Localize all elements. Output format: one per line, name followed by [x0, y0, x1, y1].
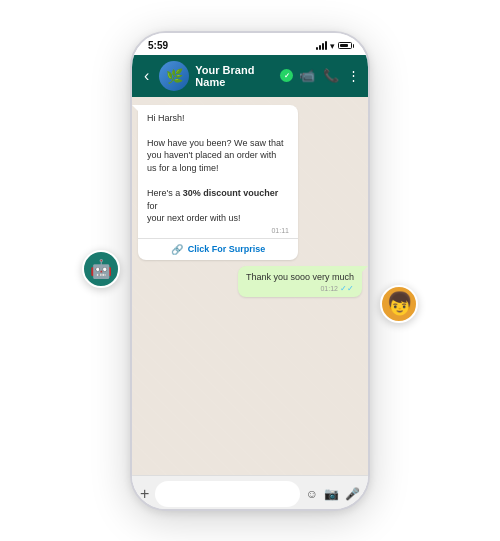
status-time: 5:59 — [148, 40, 168, 51]
attach-button[interactable]: + — [140, 485, 149, 503]
robot-icon: 🤖 — [90, 258, 112, 280]
menu-icon[interactable]: ⋮ — [347, 68, 360, 83]
cta-label: Click For Surprise — [188, 244, 266, 254]
camera-icon[interactable]: 📷 — [324, 487, 339, 501]
cta-button[interactable]: 🔗 Click For Surprise — [138, 238, 298, 260]
input-bar: + ☺ 📷 🎤 — [132, 475, 368, 511]
contact-name-row: Your Brand Name ✓ — [195, 64, 293, 88]
phone-frame: 5:59 ▾ ‹ 🌿 Your — [130, 31, 370, 511]
mic-icon[interactable]: 🎤 — [345, 487, 360, 501]
verified-badge: ✓ — [280, 69, 293, 82]
outgoing-time: 01:12 ✓✓ — [246, 284, 354, 293]
cta-icon: 🔗 — [171, 244, 183, 255]
message-greeting: Hi Harsh! How have you been? We saw that… — [147, 112, 289, 225]
status-icons: ▾ — [316, 41, 352, 51]
header-action-icons[interactable]: 📹 📞 ⋮ — [299, 68, 360, 83]
sticker-icon[interactable]: ☺ — [306, 487, 318, 501]
incoming-message: Hi Harsh! How have you been? We saw that… — [138, 105, 298, 260]
contact-info: Your Brand Name ✓ — [195, 64, 293, 88]
avatar-icon: 🌿 — [166, 68, 183, 84]
input-action-icons: ☺ 📷 🎤 — [306, 487, 360, 501]
wifi-icon: ▾ — [330, 41, 335, 51]
read-receipt-icon: ✓✓ — [340, 284, 354, 293]
contact-name: Your Brand Name — [195, 64, 276, 88]
scene: 5:59 ▾ ‹ 🌿 Your — [0, 0, 500, 541]
status-bar: 5:59 ▾ — [132, 33, 368, 55]
signal-icon — [316, 41, 327, 50]
user-icon: 👦 — [386, 291, 413, 317]
contact-avatar: 🌿 — [159, 61, 189, 91]
battery-icon — [338, 42, 352, 49]
verified-check-icon: ✓ — [284, 72, 290, 80]
outgoing-text: Thank you sooo very much — [246, 271, 354, 284]
bot-avatar: 🤖 — [82, 250, 120, 288]
chat-header: ‹ 🌿 Your Brand Name ✓ 📹 📞 ⋮ — [132, 55, 368, 97]
back-button[interactable]: ‹ — [140, 65, 153, 87]
user-avatar: 👦 — [380, 285, 418, 323]
message-input[interactable] — [155, 481, 299, 507]
incoming-message-time: 01:11 — [147, 227, 289, 234]
voice-call-icon[interactable]: 📞 — [323, 68, 339, 83]
chat-area: Hi Harsh! How have you been? We saw that… — [132, 97, 368, 475]
video-call-icon[interactable]: 📹 — [299, 68, 315, 83]
outgoing-message: Thank you sooo very much 01:12 ✓✓ — [238, 266, 362, 298]
